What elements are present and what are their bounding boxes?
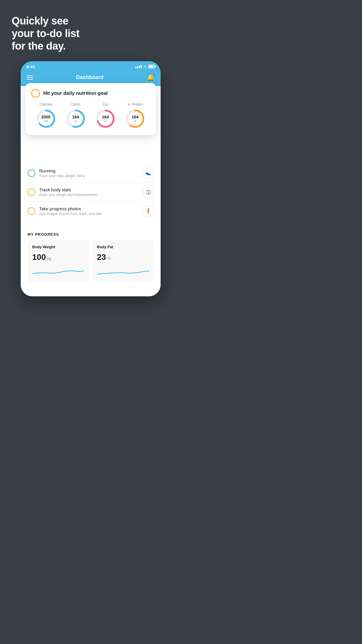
running-icon: 👟 <box>143 168 154 178</box>
body-stats-desc: Enter your weight and measurements <box>39 193 139 197</box>
status-icons: ∿ <box>135 64 155 69</box>
card-header: Hit your daily nutrition goal <box>31 89 150 98</box>
phone-mockup: 9:41 ∿ Dashboard 🔔 <box>21 61 161 296</box>
hamburger-menu-button[interactable] <box>27 76 33 80</box>
carbs-label: Carbs <box>71 102 80 106</box>
scale-icon: ⚖️ <box>143 187 154 197</box>
signal-bars-icon <box>135 65 142 68</box>
hero-text: Quickly see your to-do list for the day. <box>0 0 91 58</box>
hero-line2: your to-do list <box>12 27 79 39</box>
protein-value: 164 <box>132 115 138 119</box>
todo-progress-photos[interactable]: Take progress photos Add images of your … <box>28 202 154 220</box>
nav-title: Dashboard <box>76 74 103 80</box>
fat-value: 164 <box>102 115 109 119</box>
body-fat-card[interactable]: Body Fat 23 % <box>92 240 154 282</box>
battery-icon <box>148 65 155 68</box>
notification-dot <box>153 73 155 76</box>
status-time: 9:41 <box>27 64 35 69</box>
card-title: Hit your daily nutrition goal <box>43 90 108 96</box>
nutrition-carbs: Carbs 164 g <box>65 102 86 129</box>
protein-donut: 164 g <box>125 108 146 129</box>
nutrition-grid: Calories 2000 cal <box>31 102 150 129</box>
nutrition-goal-card: Hit your daily nutrition goal Calories 2 <box>25 83 156 135</box>
todo-running[interactable]: Running Track your stats (target: 5km) 👟 <box>28 164 154 183</box>
progress-heading: MY PROGRESS <box>28 232 154 237</box>
body-weight-title: Body Weight <box>32 245 84 249</box>
content-area: THINGS TO DO TODAY Hit your daily nutrit… <box>21 86 161 288</box>
photos-title: Take progress photos <box>39 206 139 211</box>
phone-bottom <box>21 288 161 296</box>
card-check-circle <box>31 89 40 98</box>
status-bar: 9:41 ∿ <box>21 61 161 71</box>
protein-label: ★ Protein <box>127 102 143 106</box>
calories-value: 2000 <box>41 115 50 119</box>
todo-body-stats[interactable]: Track body stats Enter your weight and m… <box>28 183 154 202</box>
protein-star-icon: ★ <box>127 102 131 106</box>
body-weight-card[interactable]: Body Weight 100 kg <box>28 240 89 282</box>
nutrition-calories: Calories 2000 cal <box>36 102 57 129</box>
fat-donut: 164 g <box>95 108 116 129</box>
fat-label: Fat <box>103 102 108 106</box>
carbs-donut: 164 g <box>65 108 86 129</box>
nutrition-protein: ★ Protein 164 g <box>125 102 146 129</box>
wifi-icon: ∿ <box>143 64 147 69</box>
body-weight-value: 100 <box>32 253 46 262</box>
body-fat-unit: % <box>107 256 111 261</box>
body-fat-value: 23 <box>97 253 106 262</box>
calories-label: Calories <box>39 102 52 106</box>
nutrition-fat: Fat 164 g <box>95 102 116 129</box>
photos-check-circle <box>28 207 35 215</box>
progress-cards-grid: Body Weight 100 kg Body Fat 23 % <box>28 240 154 288</box>
person-icon: 🧍 <box>143 206 154 216</box>
body-stats-check-circle <box>28 188 35 196</box>
notification-bell-button[interactable]: 🔔 <box>147 74 155 81</box>
running-check-circle <box>28 169 35 177</box>
carbs-value: 164 <box>72 115 79 119</box>
calories-donut: 2000 cal <box>36 108 57 129</box>
running-desc: Track your stats (target: 5km) <box>39 174 139 178</box>
gap-spacer <box>28 220 154 232</box>
phone-screen: 9:41 ∿ Dashboard 🔔 <box>21 61 161 296</box>
body-weight-chart <box>32 265 84 276</box>
body-stats-title: Track body stats <box>39 187 139 192</box>
body-weight-unit: kg <box>47 256 51 261</box>
hero-line1: Quickly see <box>12 15 68 27</box>
running-title: Running <box>39 168 139 173</box>
photos-desc: Add images of your front, back, and side <box>39 212 139 216</box>
body-fat-title: Body Fat <box>97 245 149 249</box>
hero-line3: for the day. <box>12 40 66 52</box>
body-fat-chart <box>97 265 149 276</box>
